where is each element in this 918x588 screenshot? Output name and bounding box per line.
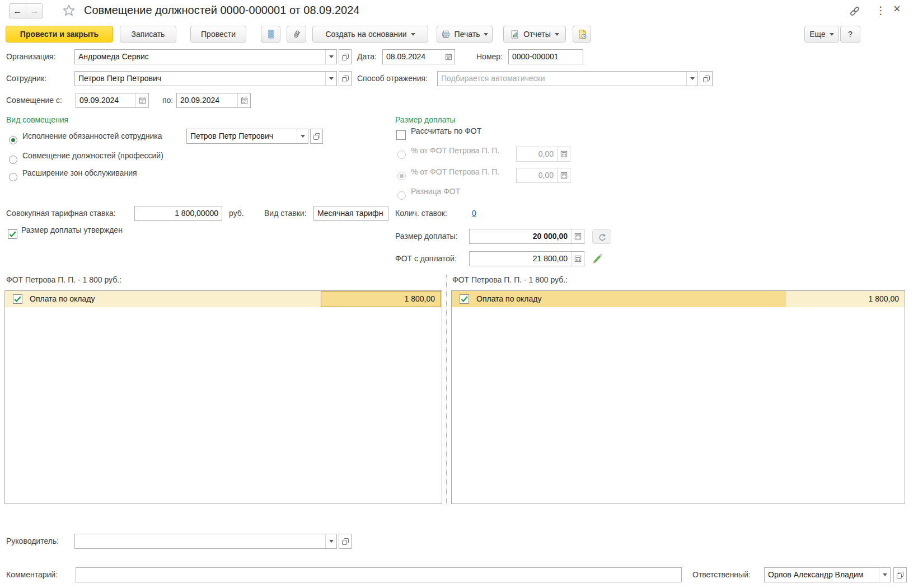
substitute-field[interactable]: Петров Петр Петрович (186, 129, 308, 144)
register-records-icon (266, 29, 276, 39)
fot-left-table[interactable]: Оплата по окладу 1 800,00 (4, 290, 442, 504)
accrual-name-cell[interactable]: Оплата по окладу (30, 291, 315, 307)
radio-percent-fot-1[interactable] (397, 150, 406, 159)
rate-kind-label: Вид ставки: (264, 206, 307, 221)
post-button[interactable]: Провести (190, 26, 246, 43)
recalculate-button[interactable] (592, 229, 611, 244)
reports-button[interactable]: Отчеты (503, 26, 566, 43)
back-icon: ← (13, 6, 22, 16)
help-button[interactable]: ? (840, 26, 860, 43)
radio-position-combination-label: Совмещение должностей (профессий) (22, 148, 163, 163)
organization-dropdown-button[interactable] (325, 50, 336, 64)
radio-percent-fot-2[interactable] (397, 172, 406, 180)
date-calendar-button[interactable] (442, 50, 455, 64)
create-based-on-button[interactable]: Создать на основании (312, 26, 428, 43)
forward-button[interactable]: → (26, 3, 43, 18)
accrual-name-cell[interactable]: Оплата по окладу (476, 291, 762, 307)
row-checkbox[interactable] (460, 294, 469, 304)
chevron-down-icon (883, 573, 887, 576)
surcharge-amount-field[interactable]: 20 000,00 (469, 229, 584, 244)
open-item-icon (341, 537, 350, 546)
responsible-dropdown-button[interactable] (879, 568, 890, 582)
fot-right-table[interactable]: Оплата по окладу 1 800,00 (451, 290, 905, 504)
combination-section-header: Вид совмещения (6, 114, 68, 125)
total-rate-label: Совокупная тарифная ставка: (6, 206, 116, 221)
fot-with-surcharge-field[interactable]: 21 800,00 (469, 251, 584, 266)
reflection-field[interactable]: Подбирается автоматически (437, 71, 698, 86)
date-field[interactable]: 08.09.2024 (382, 49, 455, 64)
row-checkbox[interactable] (13, 294, 22, 304)
period-to-field[interactable]: 20.09.2024 (176, 93, 251, 108)
rate-kind-value: Месячная тарифн (314, 206, 388, 220)
write-button[interactable]: Записать (120, 26, 176, 43)
post-and-close-label: Провести и закрыть (20, 30, 99, 39)
manager-label: Руководитель: (6, 534, 59, 549)
accrual-amount-cell[interactable]: 1 800,00 (321, 291, 441, 307)
rate-count-link[interactable]: 0 (472, 206, 476, 221)
percent-fot-1-field[interactable]: 0,00 (516, 147, 570, 162)
get-link-icon[interactable] (849, 5, 861, 17)
radio-percent-fot-2-label: % от ФОТ Петрова П. П. (411, 164, 499, 180)
responsible-open-button[interactable] (893, 567, 907, 582)
more-button[interactable]: Еще (804, 26, 839, 43)
manager-field[interactable] (74, 534, 337, 549)
reflection-open-button[interactable] (700, 71, 713, 86)
table-row[interactable]: Оплата по окладу 1 800,00 (452, 291, 905, 307)
percent-fot-2-field[interactable]: 0,00 (516, 168, 570, 183)
panel-splitter[interactable] (446, 275, 447, 504)
reflection-label: Способ отражения: (357, 71, 428, 86)
period-to-calendar-button[interactable] (237, 93, 250, 107)
radio-position-combination[interactable] (9, 156, 17, 164)
window-menu-icon[interactable]: ⋮ (875, 4, 886, 17)
radio-duty-execution-label: Исполнение обязанностей сотрудника (22, 129, 162, 144)
edit-pencil-icon[interactable] (591, 252, 603, 264)
substitute-open-button[interactable] (310, 129, 323, 144)
back-button[interactable]: ← (9, 3, 26, 18)
scheduled-doc-button[interactable] (573, 26, 591, 43)
organization-open-button[interactable] (339, 49, 352, 64)
surcharge-amount-value: 20 000,00 (470, 229, 571, 243)
period-from-label: Совмещение с: (6, 93, 62, 108)
radio-fot-difference[interactable] (397, 191, 406, 200)
fot-left-caption: ФОТ Петрова П. П. - 1 800 руб.: (6, 274, 121, 285)
percent-fot-1-calc-button[interactable] (557, 147, 570, 161)
register-records-button[interactable] (261, 26, 280, 43)
surcharge-amount-calc-button[interactable] (571, 229, 584, 243)
organization-value: Андромеда Сервис (75, 50, 325, 64)
period-from-field[interactable]: 09.09.2024 (76, 93, 149, 108)
employee-value: Петров Петр Петрович (75, 72, 325, 86)
employee-open-button[interactable] (339, 71, 352, 86)
organization-label: Организация: (6, 49, 55, 64)
post-and-close-button[interactable]: Провести и закрыть (6, 26, 113, 43)
reflection-placeholder: Подбирается автоматически (438, 72, 686, 86)
table-row[interactable]: Оплата по окладу 1 800,00 (5, 291, 442, 307)
radio-service-expansion[interactable] (9, 173, 17, 181)
surcharge-approved-checkbox[interactable] (8, 229, 17, 239)
responsible-field[interactable]: Орлов Александр Владим (764, 567, 891, 582)
accrual-amount-cell[interactable]: 1 800,00 (786, 291, 905, 307)
rate-kind-field[interactable]: Месячная тарифн (313, 206, 388, 221)
employee-dropdown-button[interactable] (325, 72, 336, 86)
date-label: Дата: (357, 49, 377, 64)
favorite-star-icon[interactable] (62, 4, 76, 17)
close-icon[interactable]: × (893, 2, 901, 16)
period-from-calendar-button[interactable] (135, 93, 148, 107)
attachments-button[interactable] (287, 26, 306, 43)
reflection-dropdown-button[interactable] (686, 72, 697, 86)
create-based-on-label: Создать на основании (325, 30, 406, 39)
fot-with-surcharge-calc-button[interactable] (571, 252, 584, 266)
organization-field[interactable]: Андромеда Сервис (74, 49, 337, 64)
comment-field[interactable] (76, 567, 682, 582)
percent-fot-2-calc-button[interactable] (557, 168, 570, 182)
calc-by-fot-checkbox[interactable] (396, 130, 406, 140)
print-button[interactable]: Печать (437, 26, 493, 43)
substitute-dropdown-button[interactable] (297, 129, 308, 143)
total-rate-field[interactable]: 1 800,00000 (134, 206, 222, 221)
number-field[interactable]: 0000-000001 (508, 49, 583, 64)
manager-dropdown-button[interactable] (325, 534, 336, 548)
radio-duty-execution[interactable] (9, 136, 17, 144)
document-clock-icon (577, 29, 587, 39)
report-icon (510, 30, 519, 39)
employee-field[interactable]: Петров Петр Петрович (74, 71, 337, 86)
manager-open-button[interactable] (339, 534, 352, 549)
